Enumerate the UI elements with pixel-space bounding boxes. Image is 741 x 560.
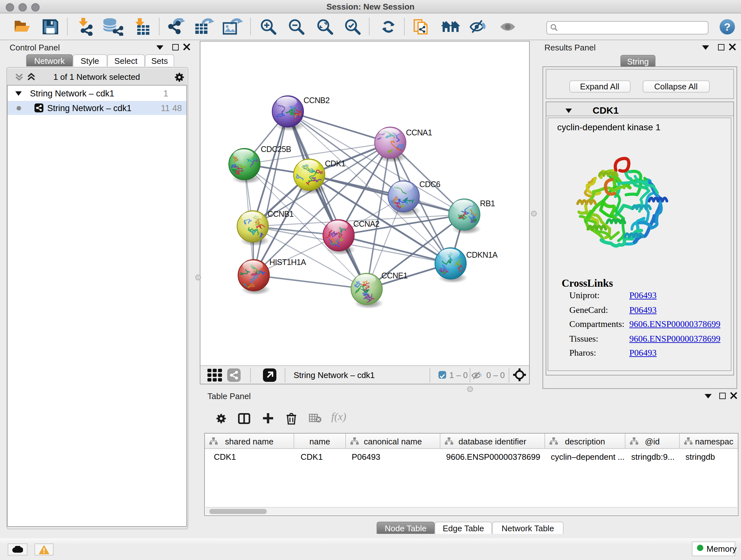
svg-text:CDC6: CDC6 [419,180,441,189]
svg-text:CCNA2: CCNA2 [353,219,380,228]
svg-text:CCNE1: CCNE1 [381,271,408,280]
svg-text:?: ? [724,20,731,33]
svg-text:CDK1: CDK1 [325,159,345,168]
svg-text:CCNB1: CCNB1 [267,209,293,219]
svg-text:RB1: RB1 [480,199,495,208]
svg-text:CCNA1: CCNA1 [406,128,432,137]
svg-text:CDKN1A: CDKN1A [466,250,498,259]
svg-text:HIST1H1A: HIST1H1A [269,258,307,266]
svg-text:CDC25B: CDC25B [261,145,291,153]
svg-text:CCNB2: CCNB2 [304,96,330,105]
